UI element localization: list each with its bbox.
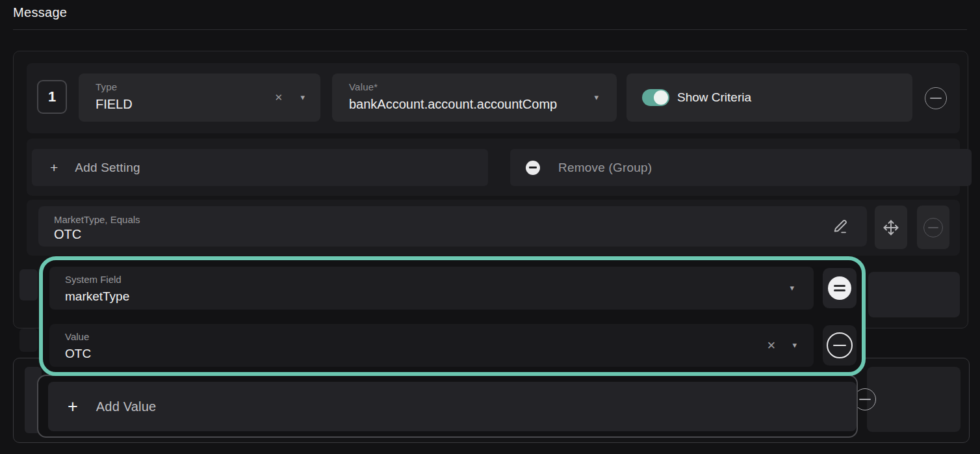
type-select-label: Type bbox=[96, 81, 281, 94]
show-criteria-toggle[interactable] bbox=[642, 89, 669, 106]
minus-circle-filled-icon bbox=[526, 161, 540, 175]
equals-handle-button[interactable] bbox=[823, 268, 857, 308]
clear-icon[interactable]: ✕ bbox=[274, 92, 283, 103]
toggle-knob bbox=[654, 90, 668, 105]
criterion-label: MarketType, Equals bbox=[54, 214, 821, 225]
bg-fragment bbox=[19, 328, 38, 352]
remove-group-button[interactable]: Remove (Group) bbox=[510, 149, 972, 186]
chevron-down-icon[interactable]: ▾ bbox=[792, 340, 797, 350]
value-select-label: Value* bbox=[349, 81, 578, 94]
add-value-panel: + Add Value bbox=[37, 375, 858, 438]
move-criterion-button[interactable] bbox=[875, 206, 907, 249]
show-criteria-label: Show Criteria bbox=[677, 73, 751, 122]
chevron-down-icon[interactable]: ▾ bbox=[300, 92, 305, 102]
equals-circle-icon bbox=[828, 276, 851, 300]
remove-value-button[interactable] bbox=[823, 325, 857, 366]
clear-icon[interactable]: ✕ bbox=[767, 339, 776, 353]
edit-criterion-button[interactable] bbox=[832, 217, 850, 235]
criteria-builder-screen: Message 1 Type FIELD ✕ ▾ Value* bankAcco… bbox=[0, 0, 980, 454]
minus-circle-icon bbox=[827, 332, 853, 358]
chevron-down-icon[interactable]: ▾ bbox=[790, 283, 794, 293]
criterion-value: OTC bbox=[54, 227, 821, 242]
add-setting-label: Add Setting bbox=[75, 161, 140, 175]
plus-icon: + bbox=[68, 397, 78, 417]
system-field-select[interactable]: System Field marketType ▾ bbox=[49, 267, 814, 310]
value-select-value: bankAccount.account.accountComp bbox=[349, 96, 578, 113]
add-value-button[interactable]: + Add Value bbox=[48, 382, 857, 431]
system-field-label: System Field bbox=[65, 274, 775, 286]
criterion-value-text: OTC bbox=[65, 346, 775, 362]
criterion-row: MarketType, Equals OTC bbox=[27, 200, 960, 256]
remove-rule-button[interactable] bbox=[925, 87, 947, 109]
add-setting-button[interactable]: + Add Setting bbox=[32, 149, 488, 186]
rule-row: 1 Type FIELD ✕ ▾ Value* bankAccount.acco… bbox=[27, 63, 960, 133]
criterion-value-label: Value bbox=[65, 331, 775, 343]
group-actions-row: + Add Setting Remove (Group) bbox=[27, 139, 960, 196]
type-select-value: FIELD bbox=[96, 96, 281, 113]
bg-fragment bbox=[19, 269, 38, 300]
minus-circle-icon bbox=[923, 218, 943, 237]
show-criteria-panel: Show Criteria bbox=[626, 73, 912, 122]
system-field-value: marketType bbox=[65, 289, 775, 305]
type-select[interactable]: Type FIELD ✕ ▾ bbox=[79, 73, 320, 122]
criterion-field: MarketType, Equals OTC bbox=[38, 206, 867, 247]
criterion-value-select[interactable]: Value OTC ✕ ▾ bbox=[49, 324, 814, 367]
add-value-label: Add Value bbox=[96, 399, 157, 414]
plus-icon: + bbox=[50, 160, 58, 176]
move-arrows-icon bbox=[882, 219, 900, 237]
bg-fragment bbox=[868, 272, 960, 317]
chevron-down-icon[interactable]: ▾ bbox=[594, 92, 599, 102]
page-title: Message bbox=[13, 5, 67, 20]
remove-group-label: Remove (Group) bbox=[558, 161, 652, 175]
header-divider bbox=[13, 29, 967, 30]
remove-row-panel bbox=[867, 367, 961, 432]
value-select[interactable]: Value* bankAccount.account.accountComp ▾ bbox=[332, 73, 617, 122]
rule-index-badge: 1 bbox=[37, 80, 67, 114]
edit-pencil-icon bbox=[832, 217, 850, 235]
remove-criterion-button[interactable] bbox=[917, 206, 949, 249]
criteria-highlight-box: System Field marketType ▾ Value OTC ✕ ▾ bbox=[39, 256, 866, 376]
